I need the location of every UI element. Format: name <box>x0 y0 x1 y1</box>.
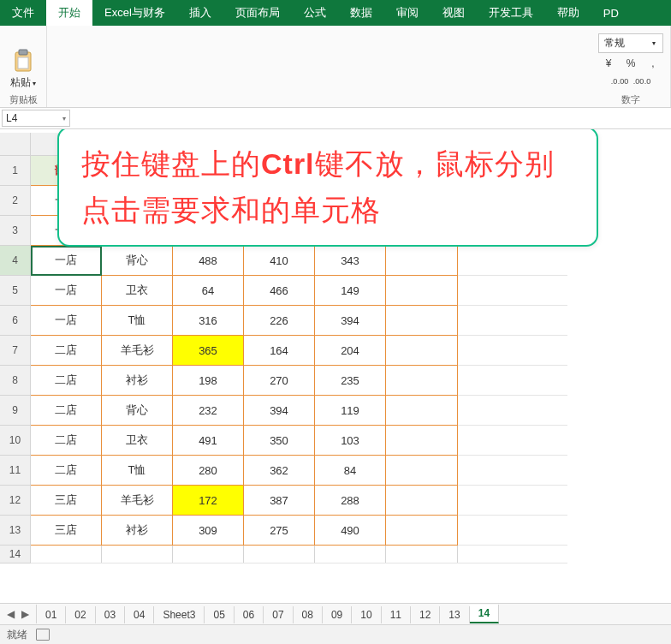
data-cell[interactable]: 490 <box>315 516 386 546</box>
data-cell[interactable] <box>386 426 458 456</box>
data-cell[interactable] <box>386 456 458 486</box>
data-cell[interactable]: 466 <box>244 276 315 306</box>
ribbon-tab[interactable]: 页面布局 <box>223 0 292 26</box>
data-cell[interactable]: 三店 <box>31 486 102 516</box>
empty-cell[interactable] <box>458 516 567 546</box>
data-cell[interactable]: 卫衣 <box>102 276 173 306</box>
row-header[interactable]: 11 <box>0 456 31 486</box>
data-cell[interactable] <box>386 246 458 276</box>
row-header[interactable]: 13 <box>0 516 31 546</box>
data-cell[interactable]: 232 <box>173 396 244 426</box>
ribbon-tab[interactable]: Excel与财务 <box>92 0 177 26</box>
data-cell[interactable]: 275 <box>244 516 315 546</box>
increase-decimal-button[interactable]: .0 .00 <box>611 74 628 89</box>
empty-cell[interactable] <box>458 246 567 276</box>
data-cell[interactable]: 背心 <box>102 396 173 426</box>
decrease-decimal-button[interactable]: .00 .0 <box>633 74 650 89</box>
number-format-dropdown[interactable]: 常规 ▾ <box>598 33 663 53</box>
row-header[interactable]: 12 <box>0 486 31 516</box>
data-cell[interactable]: 衬衫 <box>102 366 173 396</box>
data-cell[interactable]: 365 <box>173 336 244 366</box>
data-cell[interactable]: 二店 <box>31 366 102 396</box>
data-cell[interactable] <box>386 486 458 516</box>
empty-cell[interactable] <box>173 546 244 564</box>
data-cell[interactable]: 二店 <box>31 456 102 486</box>
ribbon-tab[interactable]: 公式 <box>292 0 338 26</box>
macro-record-icon[interactable] <box>36 629 50 641</box>
empty-cell[interactable] <box>458 366 567 396</box>
sheet-nav-prev[interactable]: ◀ <box>7 608 15 620</box>
sheet-tab[interactable]: 05 <box>205 606 234 623</box>
empty-cell[interactable] <box>458 546 567 564</box>
data-cell[interactable]: 三店 <box>31 516 102 546</box>
data-cell[interactable]: 198 <box>173 366 244 396</box>
row-header[interactable]: 8 <box>0 366 31 396</box>
paste-button[interactable]: 粘贴▾ <box>5 46 41 92</box>
data-cell[interactable]: 316 <box>173 306 244 336</box>
data-cell[interactable]: 394 <box>315 306 386 336</box>
data-cell[interactable]: 二店 <box>31 426 102 456</box>
data-cell[interactable] <box>386 306 458 336</box>
ribbon-tab[interactable]: 开发工具 <box>477 0 545 26</box>
data-cell[interactable]: T恤 <box>102 456 173 486</box>
comma-style-button[interactable]: , <box>644 56 662 71</box>
data-cell[interactable]: 280 <box>173 456 244 486</box>
data-cell[interactable]: 309 <box>173 516 244 546</box>
empty-cell[interactable] <box>458 276 567 306</box>
data-cell[interactable]: 270 <box>244 366 315 396</box>
data-cell[interactable] <box>386 336 458 366</box>
ribbon-tab[interactable]: 帮助 <box>545 0 591 26</box>
row-header[interactable]: 2 <box>0 186 31 216</box>
data-cell[interactable]: 羊毛衫 <box>102 486 173 516</box>
data-cell[interactable]: 一店 <box>31 306 102 336</box>
ribbon-tab[interactable]: PD <box>591 0 631 26</box>
row-header[interactable]: 10 <box>0 426 31 456</box>
sheet-nav-next[interactable]: ▶ <box>21 608 29 620</box>
name-box[interactable]: L4 ▾ <box>2 110 70 127</box>
percent-button[interactable]: % <box>622 56 639 71</box>
empty-cell[interactable] <box>458 486 567 516</box>
data-cell[interactable]: 362 <box>244 456 315 486</box>
row-header[interactable]: 5 <box>0 276 31 306</box>
data-cell[interactable]: 84 <box>315 456 386 486</box>
data-cell[interactable]: 一店 <box>31 246 102 276</box>
empty-cell[interactable] <box>458 426 567 456</box>
data-cell[interactable]: 350 <box>244 426 315 456</box>
sheet-tab[interactable]: 10 <box>352 606 381 623</box>
empty-cell[interactable] <box>102 546 173 564</box>
sheet-tab[interactable]: 06 <box>235 606 264 623</box>
empty-cell[interactable] <box>458 306 567 336</box>
empty-cell[interactable] <box>244 546 315 564</box>
sheet-tab[interactable]: 12 <box>411 606 440 623</box>
data-cell[interactable]: 164 <box>244 336 315 366</box>
data-cell[interactable]: 卫衣 <box>102 426 173 456</box>
row-header[interactable]: 9 <box>0 396 31 426</box>
data-cell[interactable]: 410 <box>244 246 315 276</box>
data-cell[interactable]: T恤 <box>102 306 173 336</box>
data-cell[interactable]: 204 <box>315 336 386 366</box>
data-cell[interactable]: 64 <box>173 276 244 306</box>
data-cell[interactable] <box>386 366 458 396</box>
data-cell[interactable]: 119 <box>315 396 386 426</box>
sheet-tab[interactable]: 09 <box>323 606 352 623</box>
empty-cell[interactable] <box>315 546 386 564</box>
data-cell[interactable]: 394 <box>244 396 315 426</box>
ribbon-tab[interactable]: 数据 <box>338 0 384 26</box>
empty-cell[interactable] <box>31 546 102 564</box>
data-cell[interactable]: 488 <box>173 246 244 276</box>
data-cell[interactable]: 背心 <box>102 246 173 276</box>
empty-cell[interactable] <box>458 336 567 366</box>
data-cell[interactable]: 226 <box>244 306 315 336</box>
row-header[interactable]: 4 <box>0 246 31 276</box>
data-cell[interactable] <box>386 276 458 306</box>
sheet-tab[interactable]: 13 <box>440 606 469 623</box>
data-cell[interactable]: 二店 <box>31 336 102 366</box>
empty-cell[interactable] <box>458 396 567 426</box>
select-all-corner[interactable] <box>0 133 31 156</box>
data-cell[interactable]: 387 <box>244 486 315 516</box>
sheet-tab[interactable]: 02 <box>66 606 95 623</box>
sheet-tab[interactable]: 08 <box>294 606 323 623</box>
ribbon-tab[interactable]: 开始 <box>46 0 92 26</box>
data-cell[interactable]: 二店 <box>31 396 102 426</box>
currency-button[interactable]: ¥ <box>600 56 617 71</box>
